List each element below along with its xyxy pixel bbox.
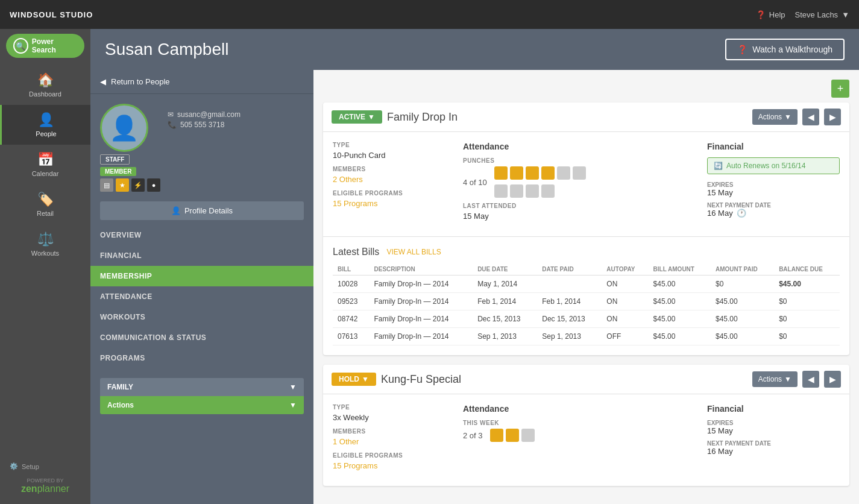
family-actions-button[interactable]: Actions ▼ <box>100 396 304 414</box>
type-field: TYPE 10-Punch Card <box>333 142 453 160</box>
setup-item[interactable]: ⚙️ Setup <box>5 458 86 475</box>
punch-dot-3 <box>526 166 539 180</box>
prev-card-button-2[interactable]: ◀ <box>802 371 819 388</box>
chevron-down-icon: ▼ <box>784 113 791 121</box>
punch-dots <box>494 166 651 198</box>
card-left-col-1: TYPE 10-Punch Card MEMBERS 2 Others ELIG… <box>333 142 453 227</box>
top-nav-right: ❓ Help Steve Lachs ▼ <box>756 10 849 19</box>
return-to-people-link[interactable]: ◀ Return to People <box>90 70 313 94</box>
punch-dot-5 <box>557 166 570 180</box>
card-header-left-2: HOLD ▼ Kung-Fu Special <box>332 373 461 386</box>
sidebar-item-people[interactable]: 👤 People <box>0 105 90 145</box>
family-header: FAMILY ▼ <box>100 378 304 396</box>
nav-item-attendance[interactable]: ATTENDANCE <box>90 286 313 307</box>
nav-item-membership[interactable]: MEMBERSHIP <box>90 266 313 286</box>
card-actions-button-2[interactable]: Actions ▼ <box>752 371 798 387</box>
punch-dot-6 <box>573 166 586 180</box>
clock-icon: 🕐 <box>737 209 746 218</box>
card-icon-badge: ▤ <box>100 178 113 192</box>
profile-section: 👤 STAFF MEMBER ▤ ★ ⚡ ● <box>90 94 313 201</box>
help-button[interactable]: ❓ Help <box>756 10 785 19</box>
chevron-down-icon: ▼ <box>368 113 375 121</box>
refresh-icon: 🔄 <box>714 162 723 170</box>
eligible-link[interactable]: 15 Programs <box>333 199 453 208</box>
sidebar-item-workouts[interactable]: ⚖️ Workouts <box>0 224 90 264</box>
phone-value: 505 555 3718 <box>180 121 224 129</box>
dot-icon-badge: ● <box>147 178 160 192</box>
bills-table: BILL DESCRIPTION DUE DATE DATE PAID AUTO… <box>333 263 840 345</box>
card-title-2: Kung-Fu Special <box>381 373 461 386</box>
punch-row: PUNCHES 4 of 10 <box>463 157 697 198</box>
power-search-button[interactable]: 🔍 Power Search <box>6 34 84 58</box>
prev-card-button-1[interactable]: ◀ <box>802 109 819 125</box>
card-grid-1: TYPE 10-Punch Card MEMBERS 2 Others ELIG… <box>333 142 840 227</box>
card-grid-2: TYPE 3x Weekly MEMBERS 1 Other ELIGIBLE … <box>333 404 840 476</box>
sidebar-item-dashboard[interactable]: 🏠 Dashboard <box>0 65 90 105</box>
next-payment-row-2: NEXT PAYMENT DATE 16 May <box>707 440 840 456</box>
card-header-left-1: ACTIVE ▼ Family Drop In <box>332 110 458 124</box>
sidebar: 🔍 Power Search 🏠 Dashboard 👤 People 📅 Ca… <box>0 29 90 504</box>
profile-details-button[interactable]: 👤 Profile Details <box>100 201 304 220</box>
card-header-2: HOLD ▼ Kung-Fu Special Actions ▼ ◀ ▶ <box>323 365 849 394</box>
eligible-link-2[interactable]: 15 Programs <box>333 461 453 470</box>
view-all-bills-link[interactable]: VIEW ALL BILLS <box>386 248 441 256</box>
nav-item-comm-status[interactable]: COMMUNICATION & STATUS <box>90 327 313 348</box>
next-card-button-1[interactable]: ▶ <box>824 109 841 125</box>
members-field-2: MEMBERS 1 Other <box>333 428 453 446</box>
status-badge-hold[interactable]: HOLD ▼ <box>332 373 376 386</box>
avatar-icon: 👤 <box>109 114 139 142</box>
dashboard-icon: 🏠 <box>37 72 54 88</box>
auto-renew-badge: 🔄 Auto Renews on 5/16/14 <box>707 157 840 174</box>
expires-row: EXPIRES 15 May <box>707 181 840 197</box>
col-bill-amount: BILL AMOUNT <box>649 263 711 276</box>
punch-dot-7 <box>494 184 508 198</box>
search-icon: 🔍 <box>13 38 28 54</box>
email-value: susanc@gmail.com <box>177 110 241 119</box>
punch-dot-8 <box>510 184 523 198</box>
walkthrough-button[interactable]: ❓ Watch a Walkthrough <box>725 39 845 60</box>
zenplanner-brand: zenplanner <box>5 484 86 494</box>
card-body-2: TYPE 3x Weekly MEMBERS 1 Other ELIGIBLE … <box>323 394 849 486</box>
workouts-icon: ⚖️ <box>37 232 54 247</box>
member-badge: MEMBER <box>100 167 136 176</box>
icon-badges: ▤ ★ ⚡ ● <box>100 178 160 192</box>
nav-item-programs[interactable]: PROGRAMS <box>90 348 313 368</box>
sidebar-item-calendar[interactable]: 📅 Calendar <box>0 145 90 184</box>
sidebar-item-retail[interactable]: 🏷️ Retail <box>0 184 90 224</box>
nav-item-financial[interactable]: FINANCIAL <box>90 245 313 266</box>
card-actions-button-1[interactable]: Actions ▼ <box>752 109 798 125</box>
chevron-down-icon: ▼ <box>842 10 849 19</box>
nav-menu: OVERVIEW FINANCIAL MEMBERSHIP ATTENDANCE… <box>90 225 313 368</box>
punch-dot-9 <box>526 184 539 198</box>
col-due-date: DUE DATE <box>473 263 537 276</box>
add-membership-button[interactable]: + <box>831 80 849 98</box>
members-link[interactable]: 2 Others <box>333 175 453 184</box>
col-balance-due: BALANCE DUE <box>774 263 840 276</box>
user-menu-button[interactable]: Steve Lachs ▼ <box>795 10 849 19</box>
status-badge-active[interactable]: ACTIVE ▼ <box>332 110 382 124</box>
membership-card-family-drop-in: ACTIVE ▼ Family Drop In Actions ▼ ◀ ▶ <box>323 102 849 355</box>
week-dot-3 <box>521 429 535 442</box>
member-badge-row: MEMBER <box>100 167 160 176</box>
next-payment-row: NEXT PAYMENT DATE 16 May 🕐 <box>707 202 840 218</box>
this-week-row: THIS WEEK 2 of 3 <box>463 420 697 442</box>
members-field: MEMBERS 2 Others <box>333 166 453 184</box>
star-icon-badge: ★ <box>116 178 129 192</box>
content-area: ◀ Return to People 👤 STAFF MEMBER <box>90 70 859 504</box>
nav-item-overview[interactable]: OVERVIEW <box>90 225 313 245</box>
zenplanner-logo: POWERED BY zenplanner <box>5 475 86 499</box>
card-header-1: ACTIVE ▼ Family Drop In Actions ▼ ◀ ▶ <box>323 102 849 132</box>
card-header-right-1: Actions ▼ ◀ ▶ <box>752 109 841 125</box>
calendar-icon: 📅 <box>37 152 54 168</box>
contact-info: ✉ susanc@gmail.com 📞 505 555 3718 <box>168 109 241 131</box>
members-link-2[interactable]: 1 Other <box>333 437 453 446</box>
card-body-1: TYPE 10-Punch Card MEMBERS 2 Others ELIG… <box>323 132 849 236</box>
page-header: Susan Campbell ❓ Watch a Walkthrough <box>90 29 859 70</box>
bills-header: Latest Bills VIEW ALL BILLS <box>333 247 840 257</box>
table-row: 07613Family Drop-In — 2014Sep 1, 2013Sep… <box>333 328 840 345</box>
nav-item-workouts[interactable]: WORKOUTS <box>90 307 313 327</box>
family-section: FAMILY ▼ Actions ▼ <box>100 378 304 414</box>
next-card-button-2[interactable]: ▶ <box>824 371 841 388</box>
bills-tbody: 10028Family Drop-In — 2014May 1, 2014ON$… <box>333 276 840 345</box>
help-icon: ❓ <box>756 10 766 19</box>
